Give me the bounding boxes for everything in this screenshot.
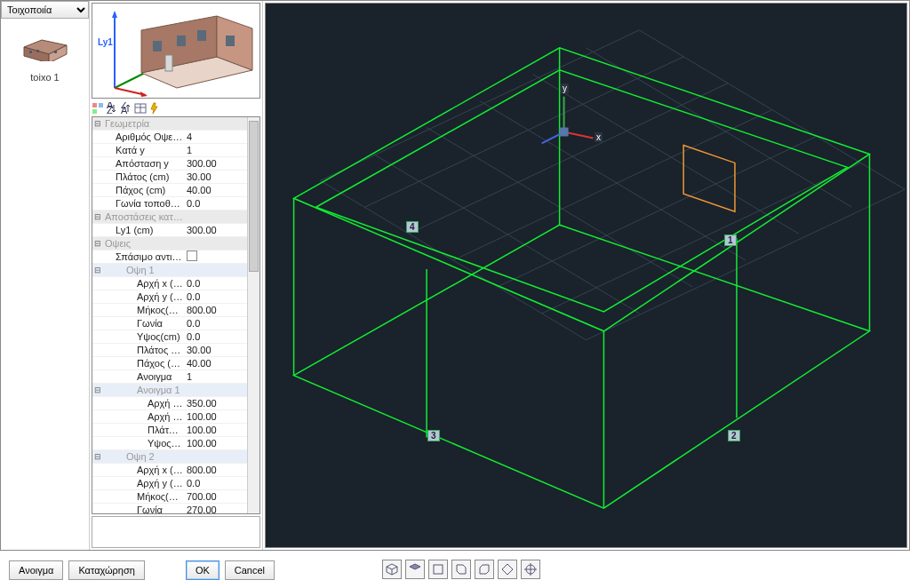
svg-marker-10	[140, 91, 148, 97]
svg-line-29	[320, 30, 639, 180]
svg-rect-3	[29, 51, 32, 53]
svg-marker-65	[457, 565, 466, 574]
svg-line-36	[320, 180, 586, 339]
svg-marker-66	[480, 565, 489, 574]
bolt-icon[interactable]	[148, 102, 161, 115]
svg-rect-5	[54, 51, 57, 53]
category-dropdown[interactable]: Τοιχοποιία	[1, 1, 89, 19]
svg-rect-4	[36, 50, 39, 52]
categorize-icon[interactable]	[92, 102, 104, 115]
face-label-4: 4	[406, 221, 419, 233]
svg-line-61	[387, 572, 392, 575]
property-grid[interactable]: ⊟Γεωμετρία Αριθμός Οψεων4 Κατά y1 Απόστα…	[92, 117, 247, 513]
left-panel: Τοιχοποιία toixo 1	[1, 1, 90, 550]
sort-za-icon[interactable]: ZA	[120, 102, 132, 115]
view-left-icon[interactable]	[451, 560, 471, 579]
prop-scrollbar[interactable]	[247, 117, 259, 513]
sort-az-icon[interactable]: AZ	[106, 102, 118, 115]
svg-rect-15	[177, 36, 186, 46]
svg-line-30	[364, 57, 683, 207]
svg-line-41	[587, 48, 852, 207]
table-icon[interactable]	[134, 102, 147, 115]
svg-rect-64	[434, 565, 443, 574]
svg-line-62	[392, 572, 397, 575]
split-checkbox[interactable]	[187, 250, 197, 261]
prop-toolbar: AZ ZA	[90, 100, 262, 116]
svg-rect-56	[560, 128, 569, 137]
preview-3d: Ly1	[92, 3, 260, 99]
svg-marker-63	[410, 564, 420, 569]
item-label[interactable]: toixo 1	[1, 72, 89, 83]
view-top-icon[interactable]	[405, 560, 425, 579]
svg-marker-7	[112, 11, 117, 18]
svg-marker-57	[387, 564, 397, 569]
svg-marker-49	[315, 70, 847, 312]
axis-x-label: x	[595, 132, 603, 142]
preview-axis-label: Ly1	[98, 37, 113, 47]
face-label-3: 3	[427, 430, 440, 441]
svg-marker-67	[502, 564, 513, 575]
view-persp-icon[interactable]	[498, 560, 517, 579]
svg-line-35	[587, 189, 906, 339]
view-mode-toolbar	[382, 560, 540, 579]
bottom-bar: Ανοιγμα Καταχώρηση OK Cancel	[0, 552, 910, 588]
open-button[interactable]: Ανοιγμα	[9, 560, 63, 580]
svg-rect-17	[226, 36, 235, 46]
svg-rect-21	[92, 109, 97, 114]
svg-rect-19	[92, 103, 97, 107]
cancel-button[interactable]: Cancel	[225, 560, 275, 580]
svg-marker-44	[294, 225, 870, 508]
view-right-icon[interactable]	[475, 560, 494, 579]
svg-line-39	[480, 101, 746, 260]
svg-line-33	[498, 137, 817, 287]
svg-rect-18	[165, 55, 172, 71]
svg-line-34	[542, 163, 861, 313]
svg-rect-20	[99, 103, 103, 107]
ok-button[interactable]: OK	[186, 560, 220, 580]
axis-y-label: y	[561, 83, 569, 93]
face-label-2: 2	[728, 430, 740, 441]
item-thumbnail[interactable]	[19, 28, 72, 63]
properties-panel: Ly1 AZ ZA ⊟Γεωμετρία Αριθμός Οψεων4 Κατά…	[90, 1, 263, 550]
svg-rect-16	[197, 30, 206, 41]
svg-text:Z: Z	[107, 105, 113, 115]
face-label-1: 1	[724, 234, 737, 246]
view-front-icon[interactable]	[428, 560, 448, 579]
register-button[interactable]: Καταχώρηση	[68, 560, 144, 580]
svg-line-40	[533, 75, 799, 234]
svg-marker-43	[294, 48, 870, 331]
svg-rect-14	[153, 41, 162, 52]
view-iso-icon[interactable]	[382, 560, 402, 579]
view-fit-icon[interactable]	[521, 560, 540, 579]
description-box	[92, 516, 260, 548]
viewport-3d[interactable]: y x 4 1 2 3	[265, 3, 907, 548]
